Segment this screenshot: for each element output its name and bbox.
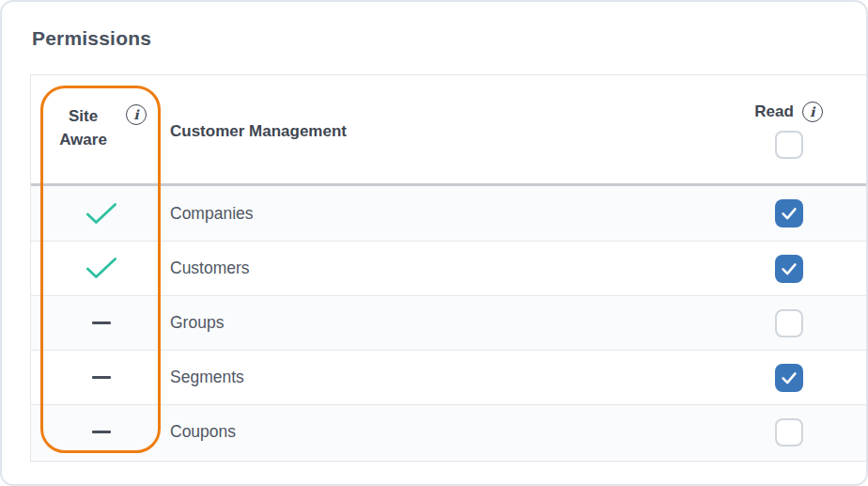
row-label: Groups <box>170 313 224 333</box>
read-header-label: Read <box>754 102 794 121</box>
read-info-icon[interactable]: i <box>802 102 823 122</box>
row-name-cell: Companies <box>161 186 711 241</box>
check-icon <box>779 259 799 279</box>
row-name-cell: Groups <box>161 296 711 350</box>
read-checkbox[interactable] <box>775 418 803 447</box>
site-aware-cell <box>31 351 161 404</box>
site-aware-cell <box>31 186 161 241</box>
site-aware-header-label: Site Aware <box>43 104 123 151</box>
group-header-label: Customer Management <box>170 122 347 141</box>
row-label: Segments <box>170 368 244 387</box>
row-name-cell: Customers <box>161 242 711 295</box>
row-name-cell: Coupons <box>161 405 711 459</box>
read-select-all-checkbox[interactable] <box>775 131 803 159</box>
row-read-cell <box>711 405 866 459</box>
table-header-row: Site Aware i Customer Management Read i <box>31 75 866 186</box>
row-label: Customers <box>170 259 250 278</box>
site-aware-cell <box>31 242 161 295</box>
site-aware-dash-icon <box>92 376 111 379</box>
permissions-table: Site Aware i Customer Management Read i <box>30 74 866 462</box>
site-aware-cell <box>31 296 161 350</box>
read-header-cell: Read i <box>711 75 866 183</box>
read-checkbox[interactable] <box>775 309 803 337</box>
site-aware-dash-icon <box>92 321 111 324</box>
check-icon <box>779 203 799 224</box>
row-read-cell <box>711 296 866 350</box>
table-row: Companies <box>31 186 866 241</box>
site-aware-check-icon <box>85 202 117 226</box>
check-icon <box>779 368 799 388</box>
site-aware-dash-icon <box>92 431 111 433</box>
row-read-cell <box>711 186 866 241</box>
row-label: Coupons <box>170 422 236 442</box>
group-header-cell: Customer Management <box>161 75 711 183</box>
read-checkbox[interactable] <box>775 364 803 392</box>
row-read-cell <box>711 351 866 404</box>
table-row: Coupons <box>31 404 866 459</box>
table-body: Companies Customers <box>31 186 866 459</box>
site-aware-header-cell: Site Aware i <box>31 75 161 183</box>
row-read-cell <box>711 242 866 295</box>
table-row: Groups <box>31 295 866 350</box>
read-checkbox[interactable] <box>775 255 803 283</box>
site-aware-info-icon[interactable]: i <box>126 104 147 125</box>
row-name-cell: Segments <box>161 351 711 404</box>
row-label: Companies <box>170 204 254 224</box>
site-aware-cell <box>31 405 161 459</box>
table-row: Segments <box>31 350 866 404</box>
permissions-card: Permissions Site Aware i Customer Manage… <box>0 0 868 486</box>
page-title: Permissions <box>32 27 151 50</box>
site-aware-check-icon <box>85 257 117 280</box>
table-row: Customers <box>31 241 866 295</box>
read-checkbox[interactable] <box>775 199 803 227</box>
